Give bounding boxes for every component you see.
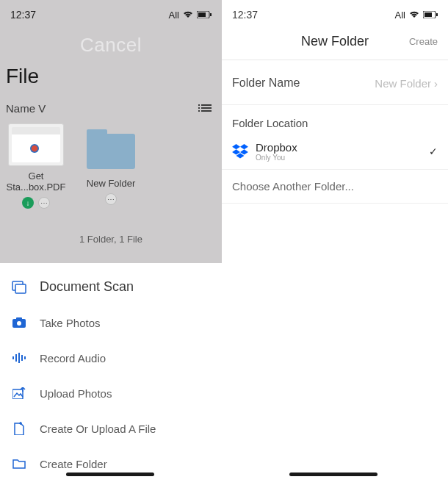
modal-title: New Folder	[301, 34, 369, 49]
svg-rect-15	[24, 356, 26, 359]
cancel-overlay-text: Cancel	[80, 34, 142, 57]
folder-name-row[interactable]: Folder Name New Folder ›	[222, 60, 448, 105]
create-file-icon	[12, 421, 26, 436]
wifi-icon	[409, 10, 419, 21]
dropbox-icon	[232, 143, 248, 159]
folder-icon	[12, 456, 26, 471]
more-icon[interactable]: ⋯	[105, 193, 117, 205]
file-item-pdf[interactable]: Get Sta...box.PDF ↓ ⋯	[3, 123, 69, 209]
svg-rect-12	[15, 354, 17, 362]
audio-icon	[12, 351, 26, 365]
svg-rect-7	[15, 284, 26, 293]
location-section-label: Folder Location	[222, 105, 448, 134]
status-bar-left: 12:37 All	[0, 0, 222, 26]
svg-rect-10	[16, 317, 22, 320]
svg-rect-11	[12, 356, 14, 359]
check-icon: ✓	[429, 146, 438, 157]
wifi-icon	[183, 10, 193, 21]
actions-menu: Document Scan Take Photos Record Audio U…	[9, 269, 222, 481]
home-indicator-left[interactable]	[66, 473, 154, 476]
location-dropbox-row[interactable]: Dropbox Only You ✓	[222, 134, 448, 170]
folder-name-label: Folder Name	[232, 76, 300, 90]
svg-rect-2	[210, 13, 212, 16]
status-bar-right: 12:37 All	[222, 0, 448, 26]
battery-icon	[423, 10, 438, 21]
file-item-folder[interactable]: New Folder ⋯	[78, 123, 144, 209]
background-file-view: 12:37 All Cancel File Name V Get Sta...	[0, 0, 222, 263]
synced-icon: ↓	[22, 197, 34, 209]
sort-dropdown[interactable]: Name V	[6, 102, 46, 115]
action-take-photos[interactable]: Take Photos	[9, 305, 222, 340]
folder-summary: 1 Folder, 1 File	[79, 234, 142, 245]
status-time: 12:37	[232, 9, 258, 21]
status-indicators: All	[395, 10, 438, 21]
status-indicators: All	[169, 10, 212, 21]
svg-rect-14	[21, 355, 23, 361]
list-view-icon[interactable]	[201, 101, 213, 115]
action-create-upload-file[interactable]: Create Or Upload A File	[9, 411, 222, 446]
battery-icon	[197, 10, 212, 21]
choose-another-folder[interactable]: Choose Another Folder...	[222, 170, 448, 204]
action-record-audio[interactable]: Record Audio	[9, 340, 222, 376]
camera-icon	[12, 315, 26, 330]
files-grid: Get Sta...box.PDF ↓ ⋯ New Folder ⋯	[3, 123, 144, 209]
modal-header: New Folder Create	[222, 26, 448, 60]
more-icon[interactable]: ⋯	[38, 197, 50, 209]
chevron-right-icon: ›	[434, 77, 438, 90]
svg-rect-4	[424, 12, 432, 17]
file-thumbnail	[8, 123, 64, 166]
location-subtitle: Only You	[256, 154, 422, 162]
create-button[interactable]: Create	[409, 36, 438, 47]
svg-rect-5	[436, 13, 438, 16]
page-title: File	[6, 65, 39, 88]
scan-icon	[12, 280, 26, 295]
svg-rect-1	[198, 12, 206, 17]
home-indicator-right[interactable]	[289, 473, 377, 476]
folder-icon	[87, 134, 135, 169]
folder-name-value: New Folder ›	[375, 77, 438, 90]
svg-rect-13	[18, 353, 20, 363]
svg-point-9	[17, 321, 21, 326]
action-upload-photos[interactable]: Upload Photos	[9, 376, 222, 411]
status-time: 12:37	[10, 9, 36, 21]
location-name: Dropbox	[256, 141, 422, 154]
action-document-scan[interactable]: Document Scan	[9, 269, 222, 305]
upload-photo-icon	[12, 386, 26, 400]
new-folder-modal: 12:37 All New Folder Create Folder Name …	[222, 0, 448, 485]
